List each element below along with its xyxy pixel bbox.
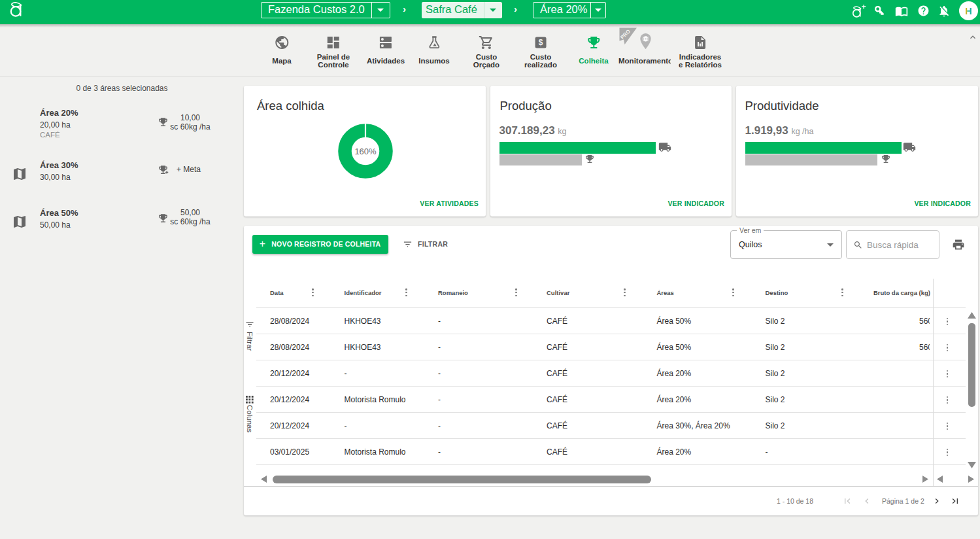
svg-text:$: $ [539, 38, 543, 47]
svg-text:160%: 160% [354, 147, 377, 156]
